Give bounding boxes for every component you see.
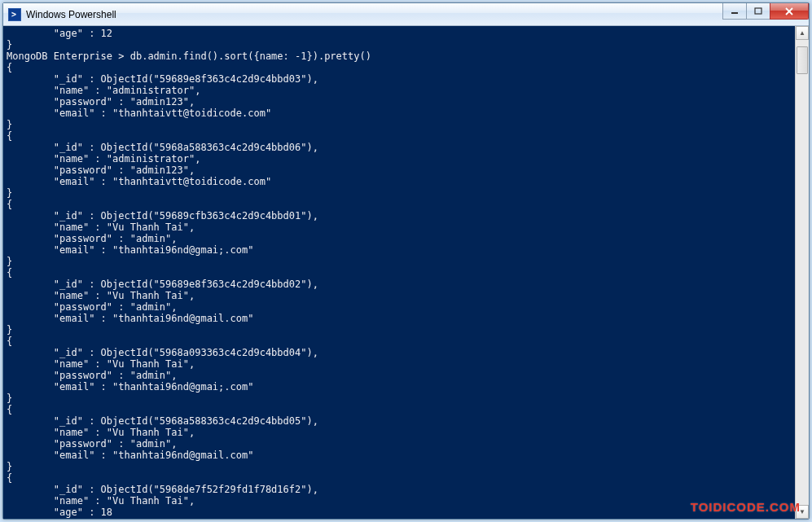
powershell-window: Windows Powershell "age" : 12 } MongoDB … xyxy=(2,2,810,520)
minimize-icon xyxy=(731,7,739,15)
scroll-up-button[interactable]: ▲ xyxy=(796,26,809,40)
window-title: Windows Powershell xyxy=(26,9,116,20)
scroll-track[interactable] xyxy=(796,40,809,505)
close-icon xyxy=(784,7,794,15)
maximize-button[interactable] xyxy=(746,3,770,20)
client-area: "age" : 12 } MongoDB Enterprise > db.adm… xyxy=(3,26,809,519)
svg-rect-1 xyxy=(755,8,762,14)
minimize-button[interactable] xyxy=(722,3,747,20)
vertical-scrollbar[interactable]: ▲ ▼ xyxy=(795,26,809,519)
maximize-icon xyxy=(754,7,762,15)
titlebar[interactable]: Windows Powershell xyxy=(3,3,809,26)
scroll-thumb[interactable] xyxy=(797,46,808,74)
close-button[interactable] xyxy=(770,3,809,20)
terminal-output[interactable]: "age" : 12 } MongoDB Enterprise > db.adm… xyxy=(3,26,795,519)
scroll-down-button[interactable]: ▼ xyxy=(796,505,809,519)
powershell-icon xyxy=(8,8,21,21)
window-controls xyxy=(723,3,809,20)
